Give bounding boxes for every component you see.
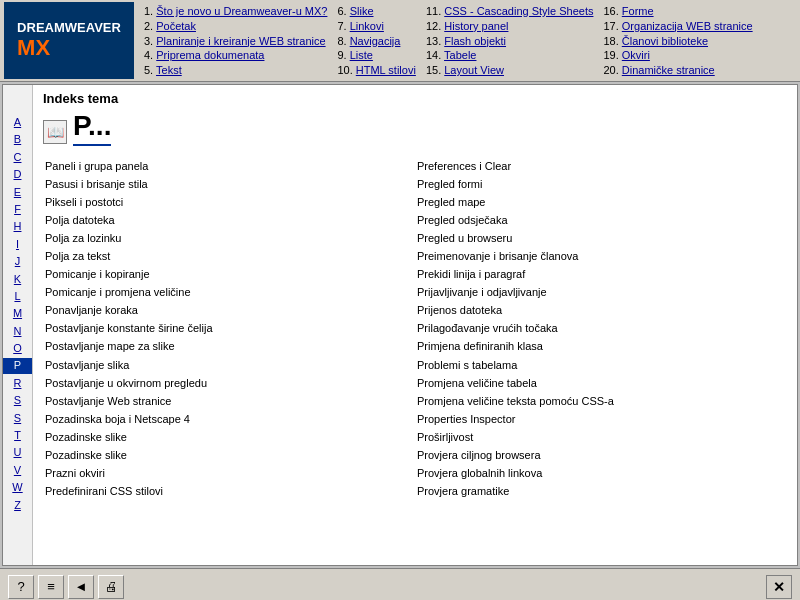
nav-item-18[interactable]: 18. Članovi biblioteke <box>603 35 752 49</box>
alpha-A[interactable]: A <box>3 115 32 130</box>
list-item[interactable]: Pregled odsječaka <box>415 212 787 229</box>
nav-spacer-4 <box>763 49 792 63</box>
list-item[interactable]: Pozadinske slike <box>43 447 415 464</box>
list-item[interactable]: Pregled u browseru <box>415 230 787 247</box>
list-item[interactable]: Promjena veličine teksta pomoću CSS-a <box>415 393 787 410</box>
list-item[interactable]: Provjera gramatike <box>415 483 787 500</box>
nav-item-9[interactable]: 9. Liste <box>337 49 415 63</box>
alpha-R[interactable]: R <box>3 376 32 391</box>
list-item[interactable]: Provjera ciljnog browsera <box>415 447 787 464</box>
logo: DREAMWEAVER MX <box>4 2 134 79</box>
alpha-E[interactable]: E <box>3 185 32 200</box>
nav-item-2[interactable]: 2. Početak <box>144 20 327 34</box>
alpha-K[interactable]: K <box>3 272 32 287</box>
list-item[interactable]: Primjena definiranih klasa <box>415 338 787 355</box>
nav-item-16[interactable]: 16. Forme <box>603 5 752 19</box>
list-item[interactable]: Prilagođavanje vrućih točaka <box>415 320 787 337</box>
list-item[interactable]: Polja za lozinku <box>43 230 415 247</box>
section-header: Indeks tema <box>43 91 787 106</box>
nav-item-4[interactable]: 4. Priprema dokumenata <box>144 49 327 63</box>
alpha-W[interactable]: W <box>3 480 32 495</box>
list-item[interactable]: Postavljanje slika <box>43 357 415 374</box>
nav-item-14[interactable]: 14. Tabele <box>426 49 594 63</box>
alpha-N[interactable]: N <box>3 324 32 339</box>
nav-spacer-3 <box>763 35 792 49</box>
list-item[interactable]: Predefinirani CSS stilovi <box>43 483 415 500</box>
nav-bar: DREAMWEAVER MX 1. Što je novo u Dreamwea… <box>0 0 800 82</box>
nav-item-7[interactable]: 7. Linkovi <box>337 20 415 34</box>
help-button[interactable]: ? <box>8 575 34 599</box>
list-item[interactable]: Prijavljivanje i odjavljivanje <box>415 284 787 301</box>
right-index-col: Preferences i ClearPregled formiPregled … <box>415 158 787 500</box>
list-item[interactable]: Problemi s tabelama <box>415 357 787 374</box>
alpha-J[interactable]: J <box>3 254 32 269</box>
nav-item-6[interactable]: 6. Slike <box>337 5 415 19</box>
list-item[interactable]: Polja datoteka <box>43 212 415 229</box>
nav-item-19[interactable]: 19. Okviri <box>603 49 752 63</box>
nav-item-20[interactable]: 20. Dinamičke stranice <box>603 64 752 76</box>
list-item[interactable]: Polja za tekst <box>43 248 415 265</box>
list-item[interactable]: Provjera globalnih linkova <box>415 465 787 482</box>
list-item[interactable]: Prijenos datoteka <box>415 302 787 319</box>
nav-item-5[interactable]: 5. Tekst <box>144 64 327 76</box>
alpha-C[interactable]: C <box>3 150 32 165</box>
content-panel: Indeks tema 📖 P... Paneli i grupa panela… <box>33 85 797 565</box>
list-item[interactable]: Pozadinska boja i Netscape 4 <box>43 411 415 428</box>
index-columns: Paneli i grupa panelaPasusi i brisanje s… <box>43 158 787 500</box>
nav-item-1[interactable]: 1. Što je novo u Dreamweaver-u MX? <box>144 5 327 19</box>
alpha-I[interactable]: I <box>3 237 32 252</box>
list-item[interactable]: Promjena veličine tabela <box>415 375 787 392</box>
list-item[interactable]: Preferences i Clear <box>415 158 787 175</box>
alpha-S1[interactable]: S <box>3 393 32 408</box>
alpha-V[interactable]: V <box>3 463 32 478</box>
back-button[interactable]: ◄ <box>68 575 94 599</box>
list-item[interactable]: Pasusi i brisanje stila <box>43 176 415 193</box>
alpha-S2[interactable]: S <box>3 411 32 426</box>
nav-item-8[interactable]: 8. Navigacija <box>337 35 415 49</box>
list-item[interactable]: Proširljivost <box>415 429 787 446</box>
nav-item-15[interactable]: 15. Layout View <box>426 64 594 76</box>
alpha-D[interactable]: D <box>3 167 32 182</box>
list-item[interactable]: Postavljanje konstante širine čelija <box>43 320 415 337</box>
list-item[interactable]: Pomicanje i promjena veličine <box>43 284 415 301</box>
alpha-T[interactable]: T <box>3 428 32 443</box>
alpha-U[interactable]: U <box>3 445 32 460</box>
list-item[interactable]: Preimenovanje i brisanje članova <box>415 248 787 265</box>
nav-item-3[interactable]: 3. Planiranje i kreiranje WEB stranice <box>144 35 327 49</box>
list-item[interactable]: Properties Inspector <box>415 411 787 428</box>
alpha-F[interactable]: F <box>3 202 32 217</box>
alpha-M[interactable]: M <box>3 306 32 321</box>
nav-item-13[interactable]: 13. Flash objekti <box>426 35 594 49</box>
nav-spacer-1 <box>763 5 792 19</box>
alpha-Z[interactable]: Z <box>3 498 32 513</box>
list-item[interactable]: Pozadinske slike <box>43 429 415 446</box>
letter-heading: P... <box>73 110 111 146</box>
index-button[interactable]: ≡ <box>38 575 64 599</box>
list-item[interactable]: Pregled formi <box>415 176 787 193</box>
nav-item-12[interactable]: 12. History panel <box>426 20 594 34</box>
alpha-P[interactable]: P <box>3 358 32 373</box>
alpha-O[interactable]: O <box>3 341 32 356</box>
list-item[interactable]: Postavljanje u okvirnom pregledu <box>43 375 415 392</box>
list-item[interactable]: Pikseli i postotci <box>43 194 415 211</box>
alpha-H[interactable]: H <box>3 219 32 234</box>
close-button[interactable]: ✕ <box>766 575 792 599</box>
book-icon: 📖 <box>43 120 67 144</box>
list-item[interactable]: Ponavljanje koraka <box>43 302 415 319</box>
print-button[interactable]: 🖨 <box>98 575 124 599</box>
alpha-B[interactable]: B <box>3 132 32 147</box>
nav-grid: 1. Što je novo u Dreamweaver-u MX? 6. Sl… <box>140 2 796 79</box>
nav-item-17[interactable]: 17. Organizacija WEB stranice <box>603 20 752 34</box>
list-item[interactable]: Paneli i grupa panela <box>43 158 415 175</box>
list-item[interactable]: Postavljanje mape za slike <box>43 338 415 355</box>
alpha-L[interactable]: L <box>3 289 32 304</box>
nav-item-10[interactable]: 10. HTML stilovi <box>337 64 415 76</box>
list-item[interactable]: Pregled mape <box>415 194 787 211</box>
list-item[interactable]: Prekidi linija i paragraf <box>415 266 787 283</box>
list-item[interactable]: Postavljanje Web stranice <box>43 393 415 410</box>
nav-item-11[interactable]: 11. CSS - Cascading Style Sheets <box>426 5 594 19</box>
list-item[interactable]: Prazni okviri <box>43 465 415 482</box>
list-item[interactable]: Pomicanje i kopiranje <box>43 266 415 283</box>
toolbar-left: ? ≡ ◄ 🖨 <box>8 575 124 599</box>
logo-text: DREAMWEAVER <box>17 20 121 36</box>
